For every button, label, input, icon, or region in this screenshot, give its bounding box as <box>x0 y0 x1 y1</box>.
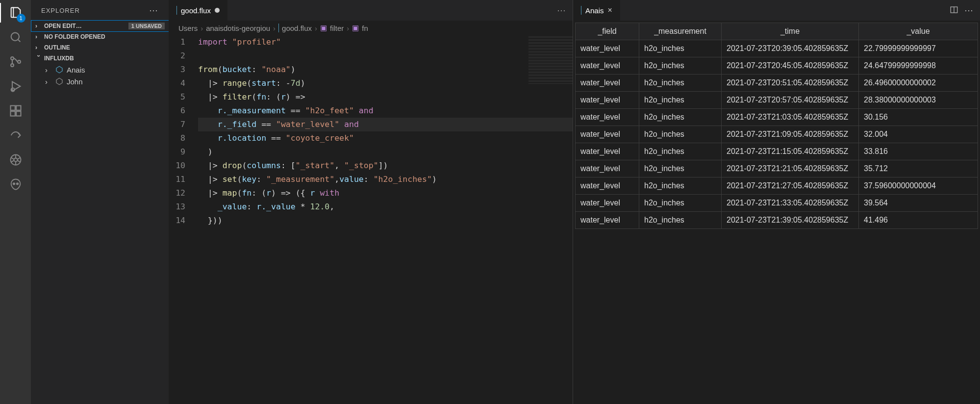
code-line[interactable]: })) <box>198 214 573 227</box>
tree-item-john[interactable]: › John <box>31 76 169 87</box>
table-row[interactable]: water_levelh2o_inches2021-07-23T21:09:05… <box>576 126 978 143</box>
table-row[interactable]: water_levelh2o_inches2021-07-23T20:57:05… <box>576 92 978 109</box>
no-folder-section[interactable]: › NO FOLDER OPENED <box>31 31 169 42</box>
table-cell: 26.49600000000002 <box>859 75 978 92</box>
table-row[interactable]: water_levelh2o_inches2021-07-23T21:15:05… <box>576 143 978 160</box>
table-row[interactable]: water_levelh2o_inches2021-07-23T21:21:05… <box>576 160 978 177</box>
line-number: 10 <box>169 159 185 173</box>
outline-section[interactable]: › OUTLINE <box>31 42 169 53</box>
column-header[interactable]: _value <box>859 23 978 40</box>
search-icon[interactable] <box>8 29 24 45</box>
flux-file-icon <box>176 6 177 15</box>
column-header[interactable]: _field <box>576 23 639 40</box>
table-cell: 2021-07-23T20:51:05.402859635Z <box>722 75 859 92</box>
table-row[interactable]: water_levelh2o_inches2021-07-23T21:27:05… <box>576 177 978 195</box>
chevron-right-icon: › <box>45 77 52 86</box>
outline-label: OUTLINE <box>44 44 70 51</box>
breadcrumb-seg[interactable]: Users <box>178 24 198 32</box>
column-header[interactable]: _measurement <box>639 23 722 40</box>
code-line[interactable]: |> filter(fn: (r) => <box>198 90 573 104</box>
code-line[interactable]: |> set(key: "_measurement",value: "h2o_i… <box>198 173 573 186</box>
source-control-icon[interactable] <box>8 54 24 70</box>
open-editors-section[interactable]: › OPEN EDIT… 1 UNSAVED <box>31 21 169 31</box>
tree-item-label: Anais <box>67 66 85 74</box>
table-row[interactable]: water_levelh2o_inches2021-07-23T21:39:05… <box>576 212 978 229</box>
table-cell: h2o_inches <box>639 195 722 212</box>
code-line[interactable]: _value: r._value * 12.0, <box>198 200 573 214</box>
run-debug-icon[interactable] <box>8 78 24 94</box>
code-line[interactable]: |> map(fn: (r) => ({ r with <box>198 186 573 200</box>
close-icon[interactable]: × <box>608 6 612 15</box>
code-line[interactable]: |> drop(columns: ["_start", "_stop"]) <box>198 159 573 173</box>
table-row[interactable]: water_levelh2o_inches2021-07-23T20:39:05… <box>576 40 978 57</box>
table-cell: water_level <box>576 212 639 229</box>
table-cell: h2o_inches <box>639 212 722 229</box>
svg-point-10 <box>14 158 17 162</box>
breadcrumb-seg[interactable]: fn <box>362 24 368 32</box>
table-cell: water_level <box>576 75 639 92</box>
code-editor[interactable]: 1234567891011121314 import "profiler" fr… <box>169 35 573 404</box>
breadcrumb-seg[interactable]: filter <box>330 24 344 32</box>
line-number: 13 <box>169 200 185 214</box>
editor-more-icon[interactable]: ⋯ <box>557 5 567 16</box>
table-cell: 2021-07-23T21:39:05.402859635Z <box>722 212 859 229</box>
table-cell: 35.712 <box>859 160 978 177</box>
alien-icon[interactable] <box>8 177 24 192</box>
svg-point-12 <box>16 183 18 185</box>
code-line[interactable]: r.location == "coyote_creek" <box>198 131 573 145</box>
editor-tabs: good.flux ⋯ <box>169 0 573 21</box>
split-editor-icon[interactable] <box>950 5 958 16</box>
table-cell: water_level <box>576 40 639 57</box>
code-line[interactable]: from(bucket: "noaa") <box>198 63 573 76</box>
breadcrumb[interactable]: Users› anaisdotis-georgiou› good.flux› ▣… <box>169 21 573 35</box>
table-cell: 32.004 <box>859 126 978 143</box>
tab-good-flux[interactable]: good.flux <box>169 0 228 21</box>
no-folder-label: NO FOLDER OPENED <box>44 33 105 40</box>
svg-rect-6 <box>16 106 21 110</box>
code-line[interactable]: import "profiler" <box>198 35 573 49</box>
kubernetes-icon[interactable] <box>8 152 24 168</box>
tree-item-label: John <box>67 77 83 86</box>
code-line[interactable]: r._measurement == "h2o_feet" and <box>198 104 573 118</box>
editor-pane: good.flux ⋯ Users› anaisdotis-georgiou› … <box>169 0 573 404</box>
code-line[interactable]: |> range(start: -7d) <box>198 76 573 90</box>
share-icon[interactable] <box>8 127 24 143</box>
table-cell: 2021-07-23T21:21:05.402859635Z <box>722 160 859 177</box>
line-number: 5 <box>169 90 185 104</box>
table-cell: 2021-07-23T21:33:05.402859635Z <box>722 195 859 212</box>
bucket-icon <box>55 65 64 74</box>
breadcrumb-seg[interactable]: good.flux <box>282 24 312 32</box>
svg-rect-8 <box>16 111 21 116</box>
table-cell: water_level <box>576 57 639 75</box>
svg-point-1 <box>11 57 14 60</box>
code-content[interactable]: import "profiler" from(bucket: "noaa") |… <box>198 35 573 404</box>
code-line[interactable] <box>198 49 573 63</box>
table-cell: h2o_inches <box>639 109 722 126</box>
influxdb-section[interactable]: › INFLUXDB <box>31 53 169 64</box>
bucket-icon <box>55 77 64 86</box>
table-cell: 2021-07-23T21:09:05.402859635Z <box>722 126 859 143</box>
minimap[interactable] <box>528 35 573 84</box>
sidebar-title: EXPLORER ⋯ <box>31 0 169 21</box>
table-row[interactable]: water_levelh2o_inches2021-07-23T21:33:05… <box>576 195 978 212</box>
symbol-icon: ▣ <box>352 24 359 32</box>
table-cell: 33.816 <box>859 143 978 160</box>
panel-more-icon[interactable]: ⋯ <box>964 5 974 16</box>
main-split: good.flux ⋯ Users› anaisdotis-georgiou› … <box>169 0 980 404</box>
chevron-right-icon: › <box>35 44 42 51</box>
sidebar-more-icon[interactable]: ⋯ <box>149 5 159 16</box>
column-header[interactable]: _time <box>722 23 859 40</box>
table-row[interactable]: water_levelh2o_inches2021-07-23T21:03:05… <box>576 109 978 126</box>
table-cell: water_level <box>576 160 639 177</box>
extensions-icon[interactable] <box>8 103 24 119</box>
code-line[interactable]: ) <box>198 145 573 159</box>
tree-item-anais[interactable]: › Anais <box>31 64 169 76</box>
breadcrumb-seg[interactable]: anaisdotis-georgiou <box>206 24 270 32</box>
table-row[interactable]: water_levelh2o_inches2021-07-23T20:45:05… <box>576 57 978 75</box>
table-row[interactable]: water_levelh2o_inches2021-07-23T20:51:05… <box>576 75 978 92</box>
tab-anais-data[interactable]: Anais × <box>573 0 621 21</box>
results-table-wrap[interactable]: _field_measurement_time_value water_leve… <box>573 21 980 404</box>
explorer-icon[interactable]: 1 <box>8 5 24 21</box>
influxdb-label: INFLUXDB <box>44 55 74 62</box>
code-line[interactable]: r._field == "water_level" and <box>198 118 573 131</box>
